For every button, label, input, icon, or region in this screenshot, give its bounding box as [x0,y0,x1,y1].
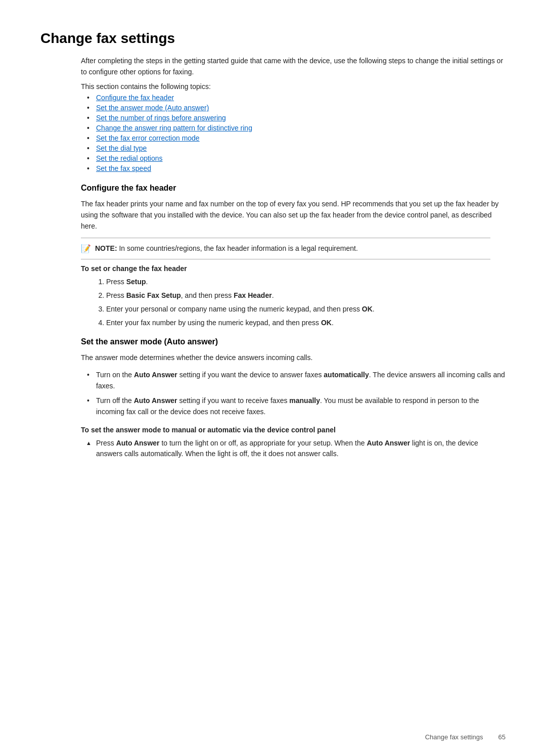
footer: Change fax settings 65 [425,733,506,741]
answer-mode-bullets: Turn on the Auto Answer setting if you w… [96,370,506,418]
step-1: Press Setup. [106,277,506,288]
section-body-1: The fax header prints your name and fax … [81,199,506,232]
note-text: NOTE: In some countries/regions, the fax… [95,243,358,254]
toc-item-4[interactable]: Change the answer ring pattern for disti… [96,124,506,132]
triangle-item-1: Press Auto Answer to turn the light on o… [96,438,506,460]
step-3: Enter your personal or company name usin… [106,304,506,315]
note-label: NOTE: [95,244,117,252]
step-3-bold: OK [362,305,373,313]
bold-heading-1: To set the answer mode to manual or auto… [81,426,506,434]
toc-item-3[interactable]: Set the number of rings before answering [96,114,506,122]
toc-link-1[interactable]: Configure the fax header [96,94,174,102]
page-title: Change fax settings [40,30,506,47]
tri-bold2: Auto Answer [367,439,410,447]
section-title-1: Configure the fax header [81,184,506,193]
step-2: Press Basic Fax Setup, and then press Fa… [106,290,506,301]
toc-link-6[interactable]: Set the dial type [96,144,147,152]
note-icon: 📝 [81,244,91,253]
toc-item-8[interactable]: Set the fax speed [96,164,506,172]
steps-list: Press Setup. Press Basic Fax Setup, and … [96,277,506,328]
note-body: In some countries/regions, the fax heade… [119,244,357,252]
bullet-2-bold1: Auto Answer [134,396,177,405]
bullet-1-bold1: Auto Answer [134,371,177,379]
toc-item-1[interactable]: Configure the fax header [96,94,506,102]
toc-intro: This section contains the following topi… [81,82,506,91]
note-box: 📝 NOTE: In some countries/regions, the f… [81,238,490,259]
bullet-2: Turn off the Auto Answer setting if you … [96,395,506,417]
toc-item-6[interactable]: Set the dial type [96,144,506,152]
section-title-2: Set the answer mode (Auto answer) [81,337,506,346]
bullet-1: Turn on the Auto Answer setting if you w… [96,370,506,391]
toc-link-7[interactable]: Set the redial options [96,154,163,162]
toc-link-2[interactable]: Set the answer mode (Auto answer) [96,104,209,112]
page-container: Change fax settings After completing the… [0,0,546,508]
step-1-bold: Setup [126,278,146,286]
toc-item-2[interactable]: Set the answer mode (Auto answer) [96,104,506,112]
toc-item-7[interactable]: Set the redial options [96,154,506,162]
footer-label: Change fax settings [425,733,483,741]
step-2-bold2: Fax Header [234,291,271,299]
step-4: Enter your fax number by using the numer… [106,318,506,329]
toc-link-4[interactable]: Change the answer ring pattern for disti… [96,124,252,132]
intro-paragraph: After completing the steps in the gettin… [81,56,506,77]
toc-item-5[interactable]: Set the fax error correction mode [96,134,506,142]
toc-list: Configure the fax header Set the answer … [96,94,506,172]
bullet-1-bold2: automatically [324,371,369,379]
subheading-1: To set or change the fax header [81,264,506,273]
toc-link-3[interactable]: Set the number of rings before answering [96,114,226,122]
step-2-bold1: Basic Fax Setup [126,291,181,299]
bullet-2-bold2: manually [289,396,320,405]
triangle-list: Press Auto Answer to turn the light on o… [96,438,506,460]
toc-link-5[interactable]: Set the fax error correction mode [96,134,200,142]
section-body-2: The answer mode determines whether the d… [81,352,506,364]
toc-link-8[interactable]: Set the fax speed [96,164,151,172]
tri-bold1: Auto Answer [116,439,160,447]
footer-page: 65 [498,733,506,741]
step-4-bold: OK [321,319,332,327]
